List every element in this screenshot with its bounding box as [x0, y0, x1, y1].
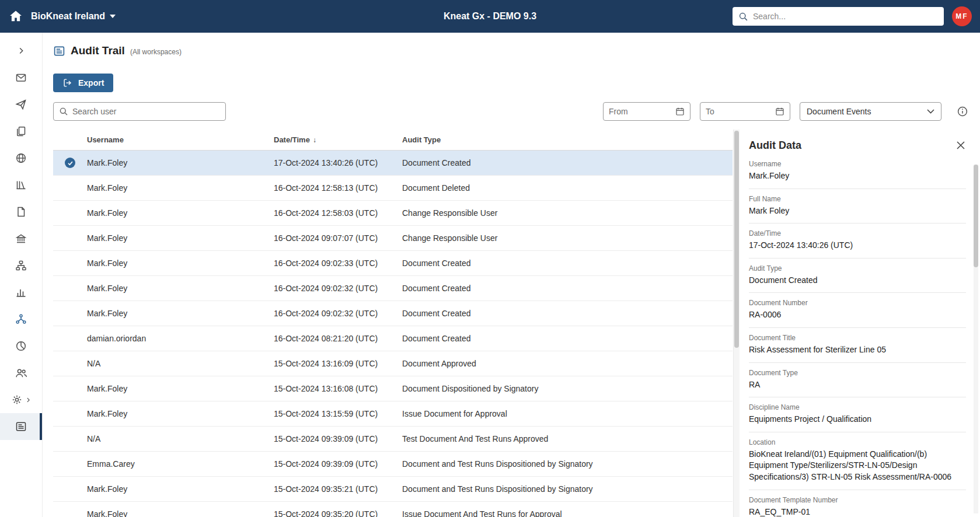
cell-username: N/A	[87, 359, 274, 368]
cell-datetime: 16-Oct-2024 12:58:13 (UTC)	[274, 183, 402, 193]
close-icon	[957, 141, 965, 149]
table-row[interactable]: Mark.Foley 15-Oct-2024 13:16:08 (UTC) Do…	[53, 376, 733, 401]
sidebar-item-reports[interactable]	[0, 279, 42, 306]
cell-audit-type: Document Dispositioned by Signatory	[402, 384, 733, 393]
table-row[interactable]: Mark.Foley 16-Oct-2024 09:02:33 (UTC) Do…	[53, 251, 733, 276]
table-row[interactable]: Emma.Carey 15-Oct-2024 09:39:09 (UTC) Do…	[53, 452, 733, 477]
cell-username: Mark.Foley	[87, 384, 274, 393]
cell-username: Mark.Foley	[87, 484, 274, 494]
cell-datetime: 16-Oct-2024 08:21:20 (UTC)	[274, 334, 402, 343]
field-label: Document Type	[749, 369, 966, 377]
global-search-input[interactable]	[753, 12, 938, 21]
table-row[interactable]: Mark.Foley 17-Oct-2024 13:40:26 (UTC) Do…	[53, 151, 733, 176]
cell-audit-type: Document Created	[402, 158, 733, 167]
sidebar-item-send[interactable]	[0, 91, 42, 118]
audit-data-field: Username Mark.Foley	[749, 154, 966, 189]
bar-chart-icon	[15, 287, 27, 298]
event-type-select[interactable]: Document Events	[800, 102, 941, 121]
column-header-datetime[interactable]: Date/Time ↓	[274, 135, 402, 144]
cell-username: Mark.Foley	[87, 208, 274, 218]
app-title: Kneat Gx - DEMO 9.3	[444, 11, 536, 22]
table-row[interactable]: Mark.Foley 15-Oct-2024 13:15:59 (UTC) Is…	[53, 401, 733, 427]
column-header-username[interactable]: Username	[87, 135, 274, 144]
sidebar-item-documents[interactable]	[0, 118, 42, 145]
main-content: Audit Trail (All workspaces) Export	[43, 33, 980, 517]
field-value: Risk Assessment for Sterilizer Line 05	[749, 344, 966, 356]
date-from-input[interactable]	[609, 107, 671, 116]
row-select-cell[interactable]	[53, 158, 87, 168]
field-value: 17-Oct-2024 13:40:26 (UTC)	[749, 240, 966, 251]
panel-scrollbar-thumb[interactable]	[974, 165, 978, 267]
audit-data-field: Location BioKneat Ireland/(01) Equipment…	[749, 432, 966, 490]
sidebar-item-workflow[interactable]	[0, 252, 42, 279]
export-button[interactable]: Export	[53, 74, 113, 92]
close-panel-button[interactable]	[955, 140, 966, 151]
calendar-icon[interactable]	[675, 107, 685, 116]
table-row[interactable]: N/A 15-Oct-2024 09:39:09 (UTC) Test Docu…	[53, 427, 733, 452]
cell-audit-type: Document Created	[402, 284, 733, 293]
users-icon	[15, 367, 27, 379]
cell-audit-type: Document and Test Runs Dispositioned by …	[402, 484, 733, 494]
library-icon	[15, 179, 27, 191]
cell-username: Mark.Foley	[87, 183, 274, 193]
home-button[interactable]	[8, 9, 23, 24]
paper-plane-icon	[15, 99, 27, 110]
cell-audit-type: Test Document And Test Runs Approved	[402, 434, 733, 443]
table-row[interactable]: Mark.Foley 15-Oct-2024 09:35:21 (UTC) Do…	[53, 477, 733, 502]
export-label: Export	[78, 78, 104, 88]
org-selector[interactable]: BioKneat Ireland	[31, 11, 116, 22]
bank-icon	[15, 233, 27, 244]
cell-audit-type: Issue Document for Approval	[402, 409, 733, 418]
page-header: Audit Trail (All workspaces)	[53, 42, 980, 60]
sidebar-item-settings[interactable]	[0, 386, 42, 413]
cell-audit-type: Document Created	[402, 334, 733, 343]
info-icon	[957, 106, 968, 117]
sidebar-item-users[interactable]	[0, 359, 42, 386]
audit-data-field: Document Number RA-0006	[749, 293, 966, 328]
sidebar-item-audit-trail[interactable]	[0, 413, 42, 440]
table-row[interactable]: Mark.Foley 16-Oct-2024 12:58:13 (UTC) Do…	[53, 176, 733, 201]
panel-title: Audit Data	[749, 139, 801, 152]
date-to-field[interactable]	[700, 102, 790, 121]
search-user-field[interactable]	[53, 102, 226, 121]
column-header-audit-type[interactable]: Audit Type	[402, 135, 733, 144]
cell-username: Mark.Foley	[87, 258, 274, 268]
audit-data-field: Document Title Risk Assessment for Steri…	[749, 328, 966, 363]
cell-username: N/A	[87, 434, 274, 443]
search-user-input[interactable]	[72, 107, 220, 116]
table-row[interactable]: N/A 15-Oct-2024 13:16:09 (UTC) Document …	[53, 351, 733, 376]
audit-data-panel: Audit Data Username Mark.Foley Full Name…	[740, 130, 980, 517]
chevron-right-icon	[25, 397, 32, 403]
table-row[interactable]: Mark.Foley 15-Oct-2024 09:35:20 (UTC) Is…	[53, 502, 733, 517]
date-from-field[interactable]	[603, 102, 690, 121]
field-label: Document Template Number	[749, 496, 966, 504]
sidebar-expand-button[interactable]	[0, 37, 42, 64]
search-icon	[59, 107, 68, 116]
table-row[interactable]: damian.oriordan 16-Oct-2024 08:21:20 (UT…	[53, 326, 733, 351]
cell-username: Mark.Foley	[87, 284, 274, 293]
sidebar-item-pages[interactable]	[0, 198, 42, 225]
sidebar-item-integrations[interactable]	[0, 306, 42, 333]
calendar-icon[interactable]	[775, 107, 784, 116]
copy-documents-icon	[15, 125, 27, 137]
table-row[interactable]: Mark.Foley 16-Oct-2024 09:02:32 (UTC) Do…	[53, 301, 733, 326]
info-button[interactable]	[957, 106, 968, 117]
table-row[interactable]: Mark.Foley 16-Oct-2024 09:02:32 (UTC) Do…	[53, 276, 733, 301]
date-to-input[interactable]	[706, 107, 771, 116]
field-value: Document Created	[749, 275, 966, 287]
table-scrollbar-thumb[interactable]	[734, 131, 739, 348]
table-row[interactable]: Mark.Foley 16-Oct-2024 12:58:03 (UTC) Ch…	[53, 201, 733, 226]
file-icon	[15, 206, 27, 218]
audit-data-field: Full Name Mark Foley	[749, 189, 966, 224]
sidebar-item-library[interactable]	[0, 172, 42, 198]
cell-audit-type: Document and Test Runs Dispositioned by …	[402, 459, 733, 469]
sidebar-item-analytics[interactable]	[0, 333, 42, 359]
global-search[interactable]	[733, 7, 944, 26]
sidebar-item-organization[interactable]	[0, 225, 42, 252]
sidebar-item-inbox[interactable]	[0, 64, 42, 91]
audit-table: Username Date/Time ↓ Audit Type Mark.Fol…	[53, 130, 740, 517]
table-row[interactable]: Mark.Foley 16-Oct-2024 09:07:07 (UTC) Ch…	[53, 226, 733, 251]
cell-audit-type: Document Deleted	[402, 183, 733, 193]
user-avatar[interactable]: MF	[952, 6, 972, 26]
sidebar-item-web[interactable]	[0, 145, 42, 172]
